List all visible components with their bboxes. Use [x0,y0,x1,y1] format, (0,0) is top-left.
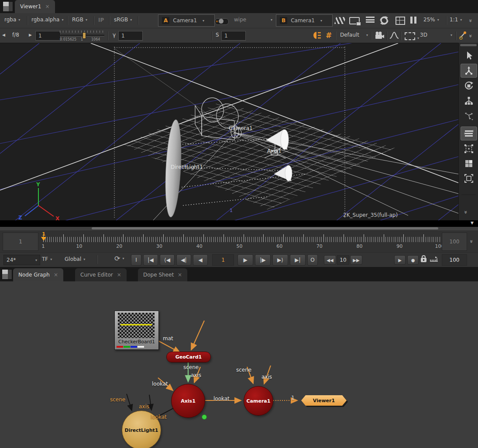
camera-icon[interactable] [374,31,385,40]
scanline-icon[interactable] [366,17,375,24]
panel-menu-icon[interactable] [3,1,13,12]
range-end-display[interactable]: 100 [442,233,467,251]
next-keyframe-button[interactable]: ▶⟩ [272,254,288,266]
gain-slider-handle[interactable] [83,32,86,39]
node-viewer[interactable]: Viewer1 [301,395,347,406]
node-axis[interactable]: Axis1 [171,384,205,418]
input-b-dropdown[interactable]: B Camera1 ▾ [276,14,333,27]
chevron-down-icon: ▾ [62,18,63,22]
playhead-marker[interactable] [41,237,46,241]
close-icon[interactable]: × [45,3,49,10]
step-back-button[interactable]: ◀| [176,254,191,266]
input-range-button[interactable]: I [131,254,141,266]
close-icon[interactable]: × [178,272,182,278]
timeline-chevrons-icon[interactable]: » [468,240,475,243]
tab-node-graph[interactable]: Node Graph × [13,268,63,281]
tab-curve-editor[interactable]: Curve Editor × [75,268,127,281]
input-a-letter: A [162,17,169,24]
refresh-icon[interactable] [379,15,389,26]
node-camera[interactable]: Camera1 [244,386,273,416]
select-tool-icon[interactable] [461,49,477,62]
input-process-toggle[interactable]: IP [98,17,104,23]
wipe-toggle[interactable] [215,18,229,25]
goto-end-button[interactable]: ▶| [290,254,306,266]
collapse-chevrons-icon[interactable]: » [463,211,469,213]
current-frame-field[interactable]: 1 [212,254,234,266]
gamma-input[interactable]: 1 [118,31,143,41]
lock-range-icon[interactable] [421,258,426,262]
viewer-scrollbar-track[interactable] [0,227,478,230]
timeline-ruler[interactable]: 1102030405060708090100 1 [41,230,440,252]
grid-hash-icon[interactable]: # [326,31,332,40]
info-caret-icon[interactable]: ▼ [471,221,474,225]
close-icon[interactable]: × [117,272,121,278]
headlamp-light-icon[interactable] [313,31,322,40]
proxy-stripes-icon[interactable] [334,17,346,24]
multi-axis-tool-icon[interactable] [461,109,477,122]
saturation-input[interactable]: 1 [221,31,246,41]
gain-next-arrow[interactable]: ▶ [29,33,32,37]
viewport-3d[interactable]: Camera1 Axis1 DirectLight1 2K_Super_35(f… [0,43,458,221]
frame-all-icon[interactable] [461,172,477,185]
gain-prev-arrow[interactable]: ◀ [2,33,5,37]
pause-icon[interactable] [410,17,416,24]
alpha-layer-dropdown[interactable]: rgba.alpha▾ [31,17,63,23]
viewer-lut-dropdown[interactable]: sRGB▾ [114,17,132,23]
zoom-dropdown[interactable]: 25%▾ [423,17,439,23]
display-channels-dropdown[interactable]: RGB▾ [72,17,87,23]
output-range-button[interactable]: O [307,254,318,266]
goto-start-button[interactable]: |◀ [143,254,158,266]
tab-dope-sheet[interactable]: Dope Sheet × [138,268,187,281]
frame-increment-field[interactable]: 10 [337,255,349,265]
flipbook-play-icon[interactable]: ▶ [394,255,406,265]
expand-chevrons-icon[interactable]: » [468,34,474,37]
range-end-field[interactable]: 100 [442,254,467,266]
selection-box-icon[interactable] [405,32,415,40]
node-geocard[interactable]: GeoCard1 [166,352,211,363]
quad-view-icon[interactable] [461,157,477,170]
curve-bell-icon[interactable] [389,31,399,39]
close-icon[interactable]: × [54,272,58,278]
play-backward-button[interactable]: ◀ [193,254,208,266]
node-checkerboard[interactable]: CheckerBoard1 [114,311,159,350]
nodegraph-canvas[interactable]: CheckerBoard1 GeoCard1 Axis1 Camera1 Dir… [0,281,478,448]
expression-indicator-dot [202,414,207,420]
translate-tool-icon[interactable] [461,64,477,78]
gain-input[interactable]: 1 [35,31,61,41]
match-bars-icon[interactable] [461,127,477,140]
timeline-current-frame-box[interactable]: 1 [3,233,38,251]
scale-hierarchy-tool-icon[interactable] [461,94,477,107]
layer-dropdown[interactable]: rgba▾ [4,17,20,23]
lock-pin-icon[interactable] [459,31,468,40]
loop-mode-icon[interactable]: ⟳▾ [114,254,124,263]
panel-menu-icon[interactable] [2,269,12,280]
input-a-dropdown[interactable]: A Camera1 ▾ [158,14,215,27]
render-record-icon[interactable]: ● [407,255,419,265]
viewer-scrollbar-thumb[interactable] [92,227,438,229]
play-forward-button[interactable]: ▶ [237,254,253,266]
timeline-filter-dropdown[interactable]: TF▾ [42,256,52,262]
jump-back-button[interactable]: ◀◀ [324,255,336,265]
gain-slider[interactable]: 0.015625 1 1064 [60,29,104,42]
rotate-tool-icon[interactable] [461,79,477,92]
timeline: 1 1102030405060708090100 1 100 » [0,230,478,252]
tab-viewer1[interactable]: Viewer1 × [15,0,55,13]
step-forward-button[interactable]: |▶ [255,254,271,266]
fps-dropdown[interactable]: 24*▾ [3,255,40,265]
gate-display-icon[interactable] [395,17,405,25]
wipe-mode-dropdown[interactable]: wipe▾ [234,17,272,23]
view-mode-dropdown[interactable]: 3D▾ [420,32,452,38]
lut-preset-dropdown[interactable]: Default▾ [340,32,368,38]
expand-chevrons-icon[interactable]: » [468,19,474,22]
chevron-down-icon: ▾ [83,257,85,261]
link-label-scene-c: scene [236,367,251,373]
mini-scrollbar[interactable] [460,44,477,46]
range-mode-dropdown[interactable]: Global▾ [65,256,85,262]
frame-range-ruler-icon[interactable] [430,256,438,262]
monitor-output-icon[interactable] [349,17,360,24]
prev-keyframe-button[interactable]: ⟨◀ [160,254,175,266]
pixel-aspect-dropdown[interactable]: 1:1▾ [450,17,462,23]
jump-forward-button[interactable]: ▶▶ [350,255,362,265]
chevron-down-icon: ▾ [271,18,272,22]
frame-selected-icon[interactable] [461,142,477,155]
